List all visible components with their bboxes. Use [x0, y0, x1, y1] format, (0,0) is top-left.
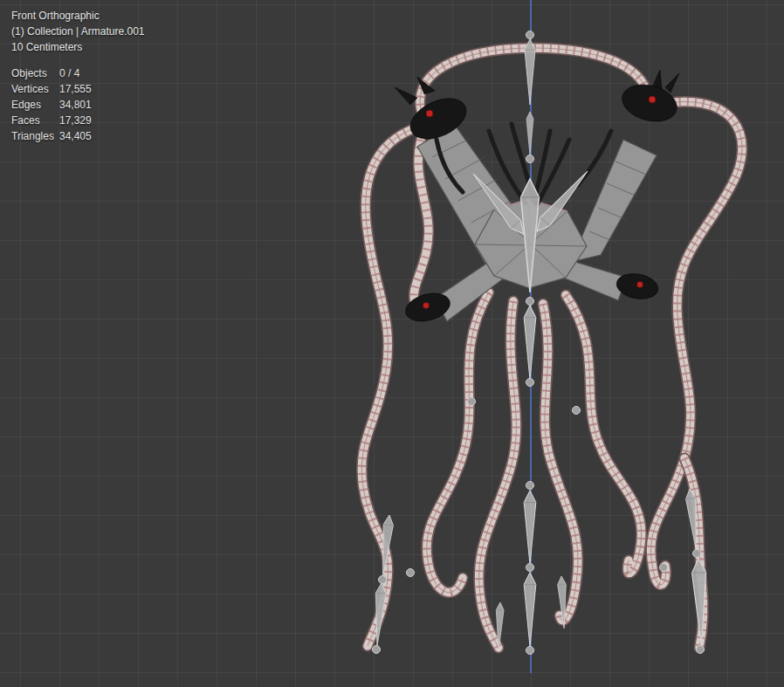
stat-triangles: Triangles 34,405	[11, 128, 145, 144]
breadcrumb: (1) Collection | Armature.001	[11, 24, 145, 39]
hand-upper-right	[618, 70, 681, 127]
stat-edges: Edges 34,801	[11, 97, 145, 113]
stat-vertices: Vertices 17,555	[11, 81, 145, 97]
viewport-overlay: Front Orthographic (1) Collection | Arma…	[11, 8, 145, 144]
stat-faces: Faces 17,329	[11, 113, 145, 128]
grid-scale-label: 10 Centimeters	[11, 39, 145, 55]
view-label: Front Orthographic	[11, 8, 145, 24]
statistics-panel: Objects 0 / 4 Vertices 17,555 Edges 34,8…	[11, 65, 145, 144]
viewport-3d[interactable]: Front Orthographic (1) Collection | Arma…	[0, 0, 784, 687]
tentacles	[361, 48, 742, 648]
stat-objects: Objects 0 / 4	[11, 65, 145, 81]
claw-mid-right	[615, 271, 660, 302]
